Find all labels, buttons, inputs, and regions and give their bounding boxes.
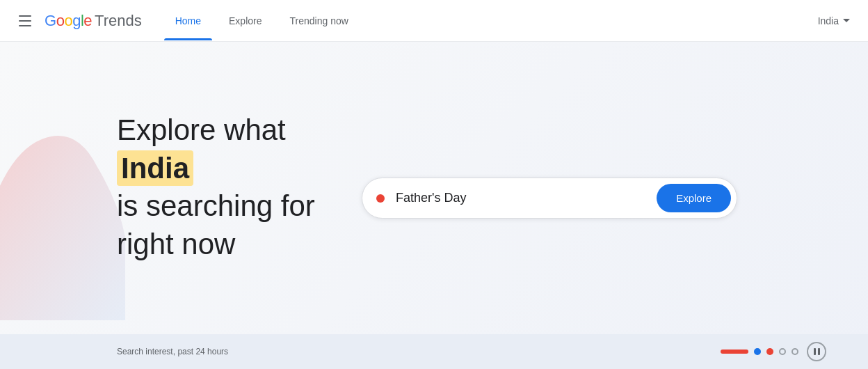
pagination-dot-3[interactable]	[779, 348, 786, 355]
main-content: Explore what India is searching for righ…	[0, 42, 868, 369]
logo-e: e	[83, 12, 92, 29]
hero-line2: India	[117, 150, 315, 188]
chevron-down-icon	[843, 19, 850, 22]
background-decoration	[0, 97, 125, 320]
logo-o2: o	[64, 12, 72, 29]
search-pill: Father's Day Explore	[362, 178, 737, 219]
logo[interactable]: Google Trends	[45, 12, 142, 30]
hero-highlight: India	[117, 150, 193, 186]
hero-content: Explore what India is searching for righ…	[117, 111, 315, 263]
pagination-dot-2[interactable]	[766, 348, 773, 355]
hero-line4: right now	[117, 226, 315, 264]
country-selector[interactable]: India	[811, 11, 857, 31]
nav-explore[interactable]: Explore	[218, 10, 273, 32]
header: Google Trends Home Explore Trending now …	[0, 0, 868, 42]
pause-icon	[814, 348, 820, 355]
logo-o1: o	[56, 12, 65, 29]
explore-button[interactable]: Explore	[657, 184, 731, 212]
pagination-dot-1[interactable]	[754, 348, 761, 355]
search-dot-icon	[376, 194, 385, 203]
pause-button[interactable]	[807, 342, 826, 361]
logo-google-text: Google	[45, 12, 92, 30]
logo-g: G	[45, 12, 56, 29]
pagination-dots	[721, 342, 826, 361]
logo-trends-text: Trends	[95, 12, 142, 30]
logo-g2: g	[72, 12, 81, 29]
nav-home[interactable]: Home	[164, 10, 212, 32]
main-nav: Home Explore Trending now	[164, 10, 811, 32]
search-card: Father's Day Explore	[362, 178, 737, 219]
search-term-text: Father's Day	[396, 191, 657, 205]
search-interest-label: Search interest, past 24 hours	[117, 347, 228, 356]
menu-button[interactable]	[11, 7, 39, 35]
nav-trending-now[interactable]: Trending now	[279, 10, 360, 32]
bottom-bar: Search interest, past 24 hours	[0, 334, 868, 369]
hero-title: Explore what India is searching for righ…	[117, 111, 315, 263]
hero-line1: Explore what	[117, 111, 315, 150]
chart-bar	[721, 350, 748, 354]
pagination-dot-4[interactable]	[791, 348, 798, 355]
country-name: India	[818, 15, 839, 26]
hero-line3: is searching for	[117, 187, 315, 226]
